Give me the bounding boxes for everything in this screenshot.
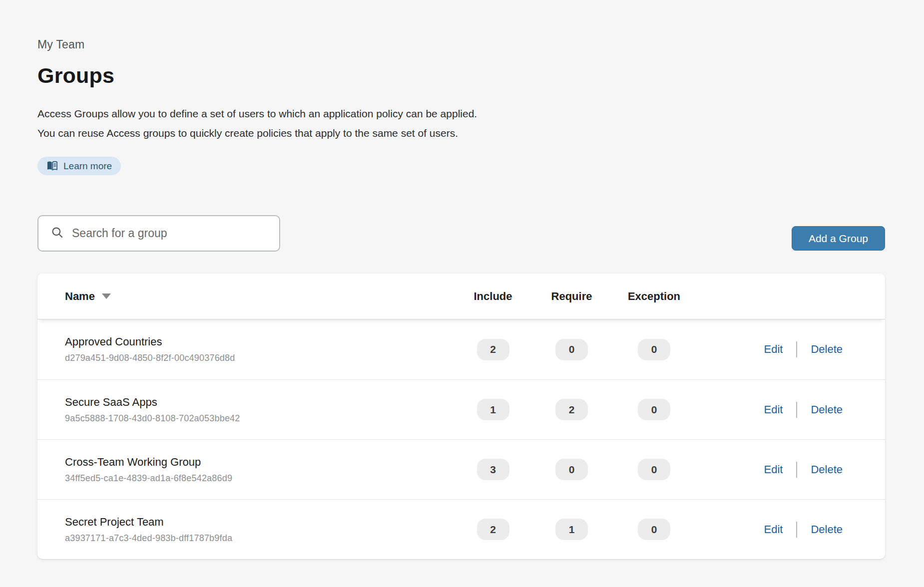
group-name-cell: Secret Project Team a3937171-a7c3-4ded-9… <box>65 516 456 544</box>
action-divider <box>796 402 797 418</box>
group-id: d279a451-9d08-4850-8f2f-00c490376d8d <box>65 353 456 363</box>
sort-caret-down-icon <box>102 294 111 299</box>
group-name: Secret Project Team <box>65 516 456 529</box>
edit-button[interactable]: Edit <box>764 343 783 356</box>
include-count-cell: 3 <box>456 459 530 480</box>
table-row: Secure SaaS Apps 9a5c5888-1708-43d0-8108… <box>37 379 885 439</box>
require-count-cell: 0 <box>530 459 613 480</box>
name-column-label: Name <box>65 290 95 303</box>
delete-button[interactable]: Delete <box>811 343 843 356</box>
exception-count-badge: 0 <box>638 399 670 420</box>
require-count-badge: 0 <box>555 339 588 360</box>
exception-count-cell: 0 <box>613 519 695 540</box>
group-name-cell: Approved Countries d279a451-9d08-4850-8f… <box>65 335 456 363</box>
delete-button[interactable]: Delete <box>811 403 843 416</box>
table-row: Cross-Team Working Group 34ff5ed5-ca1e-4… <box>37 439 885 499</box>
edit-button[interactable]: Edit <box>764 523 783 536</box>
column-header-require: Require <box>530 290 613 303</box>
exception-count-cell: 0 <box>613 399 695 420</box>
description-line-1: Access Groups allow you to define a set … <box>37 104 885 123</box>
row-actions: Edit Delete <box>695 522 860 538</box>
group-name-cell: Secure SaaS Apps 9a5c5888-1708-43d0-8108… <box>65 396 456 424</box>
group-id: 34ff5ed5-ca1e-4839-ad1a-6f8e542a86d9 <box>65 473 456 484</box>
description-line-2: You can reuse Access groups to quickly c… <box>37 123 885 143</box>
exception-count-badge: 0 <box>638 339 670 360</box>
search-input[interactable] <box>72 227 267 240</box>
group-name: Approved Countries <box>65 335 456 348</box>
group-name: Cross-Team Working Group <box>65 456 456 469</box>
action-divider <box>796 522 797 538</box>
table-row: Secret Project Team a3937171-a7c3-4ded-9… <box>37 499 885 559</box>
column-header-name[interactable]: Name <box>65 290 456 303</box>
require-count-badge: 1 <box>555 519 588 540</box>
include-count-cell: 2 <box>456 519 530 540</box>
require-count-badge: 0 <box>555 459 588 480</box>
column-header-exception: Exception <box>613 290 695 303</box>
include-count-badge: 2 <box>477 519 509 540</box>
require-count-badge: 2 <box>555 399 588 420</box>
row-actions: Edit Delete <box>695 462 860 478</box>
table-row: Approved Countries d279a451-9d08-4850-8f… <box>37 319 885 379</box>
delete-button[interactable]: Delete <box>811 463 843 476</box>
row-actions: Edit Delete <box>695 341 860 357</box>
page-description: Access Groups allow you to define a set … <box>37 104 885 143</box>
require-count-cell: 2 <box>530 399 613 420</box>
group-name: Secure SaaS Apps <box>65 396 456 409</box>
edit-button[interactable]: Edit <box>764 403 783 416</box>
toolbar: Add a Group <box>37 215 885 252</box>
exception-count-cell: 0 <box>613 339 695 360</box>
exception-count-badge: 0 <box>638 519 670 540</box>
exception-count-badge: 0 <box>638 459 670 480</box>
groups-page: My Team Groups Access Groups allow you t… <box>0 0 924 559</box>
search-icon <box>50 226 64 241</box>
add-group-button[interactable]: Add a Group <box>792 226 885 251</box>
include-count-cell: 2 <box>456 339 530 360</box>
action-divider <box>796 462 797 478</box>
include-count-badge: 3 <box>477 459 509 480</box>
exception-count-cell: 0 <box>613 459 695 480</box>
delete-button[interactable]: Delete <box>811 523 843 536</box>
edit-button[interactable]: Edit <box>764 463 783 476</box>
include-count-badge: 1 <box>477 399 509 420</box>
require-count-cell: 1 <box>530 519 613 540</box>
group-id: a3937171-a7c3-4ded-983b-dff1787b9fda <box>65 533 456 544</box>
include-count-cell: 1 <box>456 399 530 420</box>
breadcrumb: My Team <box>37 38 885 51</box>
group-name-cell: Cross-Team Working Group 34ff5ed5-ca1e-4… <box>65 456 456 484</box>
include-count-badge: 2 <box>477 339 509 360</box>
learn-more-label: Learn more <box>63 161 112 172</box>
learn-more-button[interactable]: Learn more <box>37 157 121 175</box>
require-count-cell: 0 <box>530 339 613 360</box>
table-header-row: Name Include Require Exception <box>37 274 885 319</box>
column-header-include: Include <box>456 290 530 303</box>
page-title: Groups <box>37 63 885 88</box>
row-actions: Edit Delete <box>695 402 860 418</box>
action-divider <box>796 341 797 357</box>
book-icon <box>46 161 58 171</box>
groups-table: Name Include Require Exception Approved … <box>37 274 885 559</box>
group-search[interactable] <box>37 215 280 252</box>
group-id: 9a5c5888-1708-43d0-8108-702a053bbe42 <box>65 413 456 424</box>
